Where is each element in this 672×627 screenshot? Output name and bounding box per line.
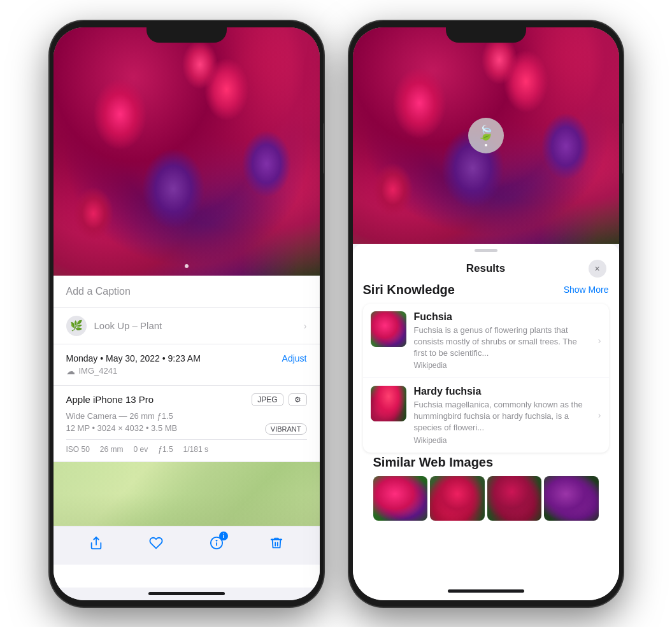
cloud-icon: ☁ [66, 366, 75, 376]
siri-knowledge-title: Siri Knowledge [363, 283, 455, 297]
date-text: Monday • May 30, 2022 • 9:23 AM [66, 353, 201, 363]
date-section: Monday • May 30, 2022 • 9:23 AM Adjust ☁… [54, 344, 320, 386]
lookup-row[interactable]: 🌿 Look Up – Plant › [54, 308, 320, 344]
jpeg-badge: JPEG [252, 393, 283, 406]
share-button[interactable] [87, 534, 105, 552]
map-area[interactable] [54, 462, 320, 526]
favorite-button[interactable] [147, 534, 165, 552]
visual-lookup-button[interactable]: 🍃 [468, 118, 504, 153]
toolbar: i [54, 526, 320, 565]
right-phone: 🍃 Results × Siri Knowledge Show More [349, 21, 623, 607]
photo-area[interactable] [54, 27, 320, 276]
knowledge-item-fuchsia[interactable]: Fuchsia Fuchsia is a genus of flowering … [363, 304, 609, 379]
similar-title: Similar Web Images [373, 455, 599, 470]
similar-images-row [373, 476, 599, 521]
left-phone: Add a Caption 🌿 Look Up – Plant › Monday… [50, 21, 324, 607]
info-section: Add a Caption 🌿 Look Up – Plant › Monday… [54, 276, 320, 588]
info-badge: i [219, 532, 228, 540]
specs-row: 12 MP • 3024 × 4032 • 3.5 MB VIBRANT [66, 423, 307, 435]
shutter-speed: 1/181 s [183, 445, 208, 454]
similar-image-3[interactable] [487, 476, 542, 521]
info-button[interactable]: i [208, 534, 225, 552]
right-home-indicator [448, 589, 524, 593]
hardy-content: Hardy fuchsia Fuchsia magellanica, commo… [414, 386, 590, 445]
similar-image-1[interactable] [373, 476, 428, 521]
fuchsia-content: Fuchsia Fuchsia is a genus of flowering … [414, 311, 590, 370]
caption-area[interactable]: Add a Caption [54, 276, 320, 308]
leaf-icon: 🍃 [477, 125, 494, 141]
results-title: Results [466, 262, 505, 275]
knowledge-card: Fuchsia Fuchsia is a genus of flowering … [363, 304, 609, 453]
fuchsia-thumb [371, 311, 406, 347]
knowledge-item-hardy[interactable]: Hardy fuchsia Fuchsia magellanica, commo… [363, 378, 609, 453]
fuchsia-source: Wikipedia [414, 361, 590, 370]
camera-header: Apple iPhone 13 Pro JPEG ⚙ [66, 393, 307, 406]
hardy-name: Hardy fuchsia [414, 386, 590, 397]
exif-row: ISO 50 26 mm 0 ev ƒ1.5 1/181 s [66, 439, 307, 454]
similar-section: Similar Web Images [363, 455, 609, 521]
delete-button[interactable] [268, 534, 285, 552]
hardy-thumb [371, 386, 406, 421]
similar-image-4[interactable] [544, 476, 599, 521]
hardy-description: Fuchsia magellanica, commonly known as t… [414, 399, 590, 434]
filename: IMG_4241 [79, 366, 118, 376]
results-header: Results × [353, 252, 619, 283]
right-home-bar [353, 582, 619, 600]
location-row: ☁ IMG_4241 [66, 366, 307, 376]
iso: ISO 50 [66, 445, 90, 454]
aperture: ƒ1.5 [158, 445, 173, 454]
badge-row: JPEG ⚙ [252, 393, 306, 406]
camera-section: Apple iPhone 13 Pro JPEG ⚙ Wide Camera —… [54, 386, 320, 462]
results-close-button[interactable]: × [589, 260, 606, 278]
gear-badge: ⚙ [289, 393, 307, 406]
show-more-button[interactable]: Show More [564, 285, 609, 295]
vibrant-badge: VIBRANT [265, 423, 307, 435]
siri-knowledge-section: Siri Knowledge Show More Fuchsia Fuchsia… [353, 283, 619, 582]
resolution: 12 MP • 3024 × 4032 • 3.5 MB [66, 423, 178, 433]
home-bar [54, 588, 320, 600]
results-panel: Results × Siri Knowledge Show More [353, 244, 619, 582]
camera-type: Wide Camera — 26 mm ƒ1.5 [66, 411, 307, 421]
exposure-value: 0 ev [134, 445, 148, 454]
right-photo-area: 🍃 [353, 27, 619, 244]
date-row: Monday • May 30, 2022 • 9:23 AM Adjust [66, 353, 307, 363]
fuchsia-description: Fuchsia is a genus of flowering plants t… [414, 325, 590, 360]
leaf-lookup-icon: 🌿 [66, 316, 87, 336]
photo-dot [185, 264, 189, 268]
left-screen: Add a Caption 🌿 Look Up – Plant › Monday… [54, 27, 320, 600]
lookup-chevron-icon: › [304, 321, 307, 331]
focal-length: 26 mm [100, 445, 124, 454]
hardy-chevron-icon: › [598, 410, 601, 420]
adjust-button[interactable]: Adjust [282, 353, 307, 363]
caption-placeholder: Add a Caption [66, 286, 131, 297]
similar-image-2[interactable] [430, 476, 485, 521]
home-indicator [148, 592, 225, 595]
fuchsia-photo [54, 27, 320, 276]
siri-knowledge-header: Siri Knowledge Show More [363, 283, 609, 297]
right-screen: 🍃 Results × Siri Knowledge Show More [353, 27, 619, 600]
lookup-label: Look Up – Plant [94, 320, 162, 331]
vl-dot [485, 144, 487, 146]
hardy-source: Wikipedia [414, 436, 590, 445]
fuchsia-name: Fuchsia [414, 311, 590, 323]
fuchsia-chevron-icon: › [598, 335, 601, 346]
camera-model: Apple iPhone 13 Pro [66, 394, 154, 405]
